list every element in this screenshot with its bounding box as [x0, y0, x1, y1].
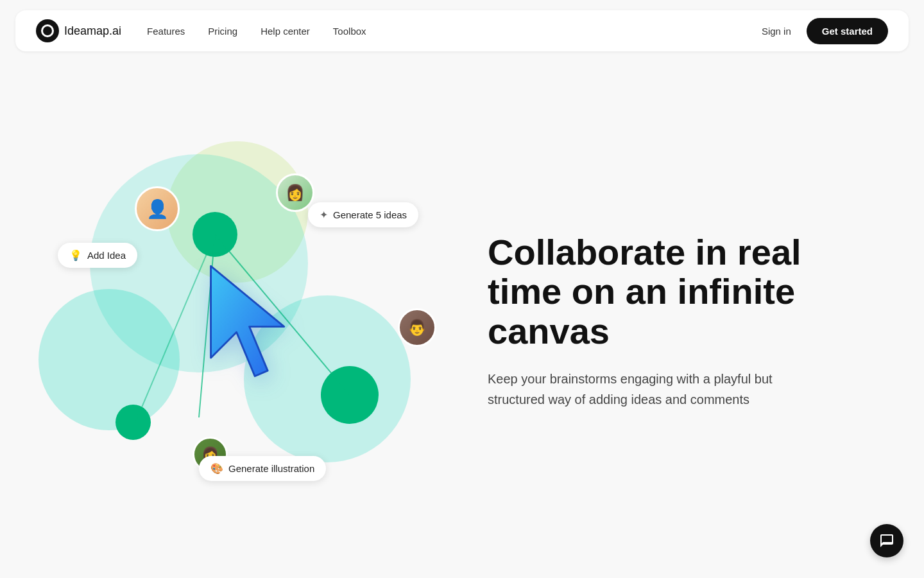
logo[interactable]: Ideamap.ai: [36, 19, 121, 42]
dot-top-center: [193, 212, 237, 257]
hero-heading: Collaborate in real time on an infinite …: [488, 232, 873, 351]
hero-subtext: Keep your brainstorms engaging with a pl…: [488, 369, 809, 410]
avatar-3: 👨: [398, 308, 436, 347]
hero-section: 👤 👩 👨 👩 ✦ Generate 5 ideas 💡 Add Idea 🎨 …: [0, 64, 924, 578]
navbar: Ideamap.ai Features Pricing Help center …: [15, 10, 909, 51]
hero-illustration: 👤 👩 👨 👩 ✦ Generate 5 ideas 💡 Add Idea 🎨 …: [0, 90, 462, 552]
generate-ideas-chip[interactable]: ✦ Generate 5 ideas: [308, 202, 418, 227]
hero-text-content: Collaborate in real time on an infinite …: [462, 232, 924, 410]
cursor-arrow: [199, 257, 314, 388]
nav-links: Features Pricing Help center Toolbox: [147, 26, 762, 37]
add-idea-label: Add Idea: [87, 250, 126, 261]
add-idea-chip[interactable]: 💡 Add Idea: [58, 243, 137, 268]
paint-icon: 🎨: [210, 462, 223, 475]
nav-link-help-center[interactable]: Help center: [261, 26, 310, 37]
nav-link-toolbox[interactable]: Toolbox: [333, 26, 366, 37]
generate-illustration-label: Generate illustration: [228, 463, 314, 474]
avatar-2: 👩: [276, 173, 314, 212]
dot-left: [116, 405, 151, 440]
generate-illustration-chip[interactable]: 🎨 Generate illustration: [199, 456, 326, 481]
sparkle-icon: ✦: [320, 209, 328, 221]
avatar-1: 👤: [135, 186, 180, 231]
chat-icon: [879, 533, 894, 548]
logo-icon: [36, 19, 59, 42]
chat-button[interactable]: [870, 524, 903, 557]
nav-actions: Sign in Get started: [762, 18, 888, 44]
generate-ideas-label: Generate 5 ideas: [333, 209, 407, 220]
bulb-icon: 💡: [69, 249, 82, 261]
logo-text: Ideamap.ai: [64, 24, 121, 38]
circle-teal-bottom-left: [38, 289, 180, 430]
nav-link-features[interactable]: Features: [147, 26, 185, 37]
get-started-button[interactable]: Get started: [807, 18, 888, 44]
sign-in-button[interactable]: Sign in: [762, 26, 791, 37]
dot-right: [321, 366, 379, 424]
nav-link-pricing[interactable]: Pricing: [208, 26, 237, 37]
